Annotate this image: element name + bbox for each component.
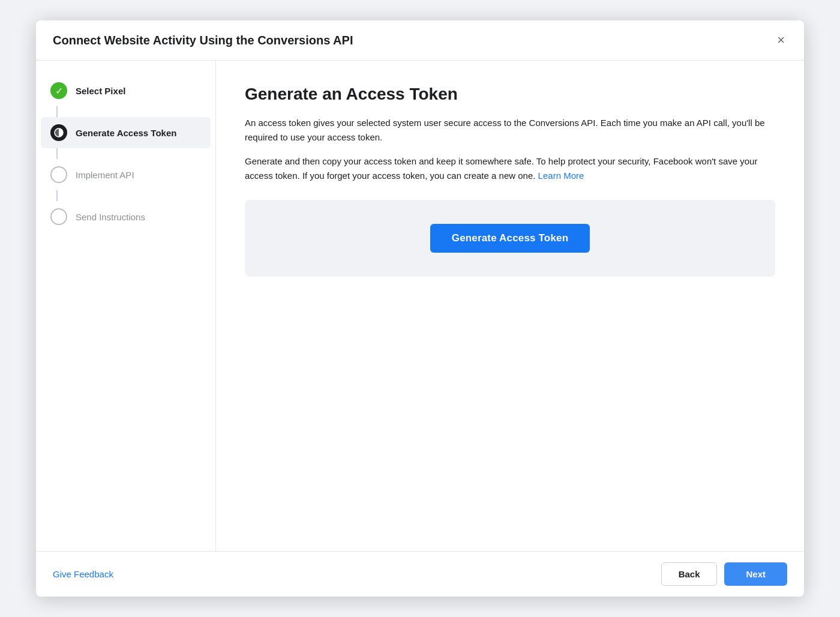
sidebar-item-send-instructions[interactable]: Send Instructions: [36, 201, 215, 232]
modal-body: ✓ Select Pixel Generate Access Token: [36, 61, 804, 551]
content-description-1: An access token gives your selected syst…: [245, 116, 775, 145]
learn-more-link[interactable]: Learn More: [538, 170, 584, 181]
step-connector-1: [56, 106, 58, 117]
sidebar-item-label-implement-api: Implement API: [76, 170, 134, 180]
modal-footer: Give Feedback Back Next: [36, 551, 804, 597]
content-description-2-text: Generate and then copy your access token…: [245, 156, 757, 181]
half-circle-icon: [54, 128, 64, 137]
generate-access-token-button[interactable]: Generate Access Token: [430, 224, 590, 253]
sidebar-item-implement-api[interactable]: Implement API: [36, 159, 215, 190]
step-icon-send-instructions: [50, 208, 67, 225]
step-connector-3: [56, 190, 58, 201]
step-icon-generate-token: [50, 124, 67, 141]
main-content: Generate an Access Token An access token…: [216, 61, 804, 551]
content-description-2: Generate and then copy your access token…: [245, 154, 775, 183]
sidebar: ✓ Select Pixel Generate Access Token: [36, 61, 216, 551]
sidebar-item-generate-token[interactable]: Generate Access Token: [41, 117, 211, 148]
next-button[interactable]: Next: [724, 562, 787, 586]
modal-header: Connect Website Activity Using the Conve…: [36, 20, 804, 61]
token-box: Generate Access Token: [245, 200, 775, 277]
back-button[interactable]: Back: [661, 562, 718, 586]
step-connector-2: [56, 148, 58, 159]
close-button[interactable]: ×: [775, 31, 787, 49]
footer-buttons: Back Next: [661, 562, 787, 586]
sidebar-item-label-select-pixel: Select Pixel: [76, 86, 125, 96]
sidebar-item-select-pixel[interactable]: ✓ Select Pixel: [36, 75, 215, 106]
step-icon-select-pixel: ✓: [50, 82, 67, 99]
give-feedback-link[interactable]: Give Feedback: [53, 569, 113, 579]
sidebar-item-label-generate-token: Generate Access Token: [76, 128, 176, 138]
modal-title: Connect Website Activity Using the Conve…: [53, 34, 353, 47]
modal-dialog: Connect Website Activity Using the Conve…: [36, 20, 804, 597]
sidebar-item-label-send-instructions: Send Instructions: [76, 212, 145, 222]
step-icon-implement-api: [50, 166, 67, 183]
content-title: Generate an Access Token: [245, 85, 775, 104]
